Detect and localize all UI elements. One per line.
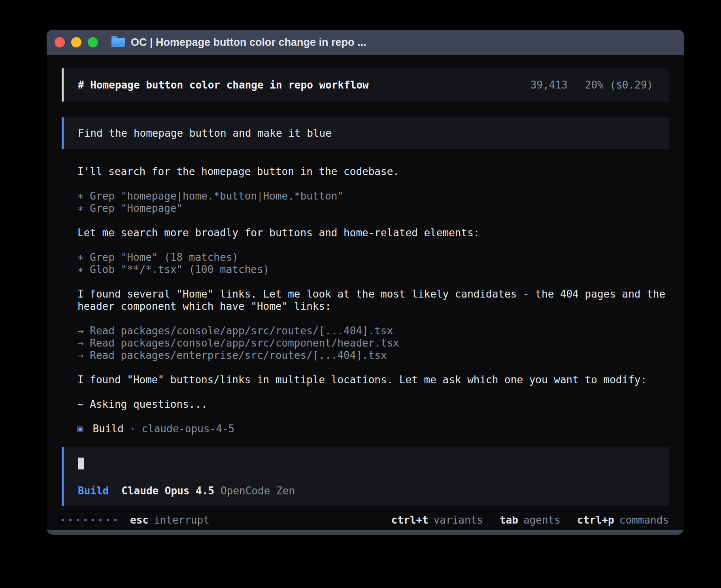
assistant-text-line: I'll search for the homepage button in t… bbox=[77, 166, 669, 178]
provider-label: OpenCode Zen bbox=[221, 485, 295, 497]
session-header: # Homepage button color change in repo w… bbox=[62, 68, 669, 102]
context-usage: 20% ($0.29) bbox=[585, 79, 653, 91]
tool-call-group: → Read packages/console/app/src/routes/[… bbox=[77, 325, 669, 362]
minimize-button[interactable] bbox=[71, 37, 81, 47]
interrupt-hint: esc interrupt bbox=[130, 514, 210, 526]
variants-hint: ctrl+tvariants bbox=[391, 514, 483, 526]
progress-dot bbox=[84, 519, 87, 521]
agent-name: Build bbox=[92, 423, 123, 435]
assistant-text: I'll search for the homepage button in t… bbox=[77, 166, 669, 178]
key-label: ctrl+p bbox=[577, 514, 614, 526]
status-bar-right: ctrl+tvariantstabagentsctrl+pcommands bbox=[391, 514, 669, 526]
mode-label: Build bbox=[78, 485, 109, 497]
progress-dot bbox=[114, 519, 117, 521]
progress-dot bbox=[107, 519, 109, 521]
session-title: # Homepage button color change in repo w… bbox=[78, 79, 369, 91]
model-label: Claude Opus 4.5 bbox=[121, 485, 214, 497]
close-button[interactable] bbox=[55, 37, 65, 47]
hint-label: variants bbox=[434, 514, 483, 526]
conversation-log: I'll search for the homepage button in t… bbox=[62, 166, 669, 411]
terminal-window: OC | Homepage button color change in rep… bbox=[47, 30, 684, 535]
zoom-button[interactable] bbox=[88, 37, 98, 47]
tool-call-line: ∗ Glob "**/*.tsx" (100 matches) bbox=[77, 264, 669, 276]
tool-call-line: ∗ Grep "Home" (18 matches) bbox=[77, 251, 669, 264]
folder-icon bbox=[111, 38, 125, 47]
hint-label: commands bbox=[619, 514, 669, 526]
hint-label: agents bbox=[523, 514, 561, 526]
agents-hint: tabagents bbox=[500, 514, 561, 526]
commands-hint: ctrl+pcommands bbox=[577, 514, 669, 526]
user-message-text: Find the homepage button and make it blu… bbox=[78, 127, 332, 139]
tool-call-group: ∗ Grep "Home" (18 matches)∗ Glob "**/*.t… bbox=[77, 251, 669, 276]
interrupt-label: interrupt bbox=[154, 514, 210, 526]
prompt-input[interactable]: Build Claude Opus 4.5 OpenCode Zen bbox=[62, 447, 669, 506]
agent-status: ▣ Build · claude-opus-4-5 bbox=[62, 423, 669, 435]
tool-call-line: → Read packages/enterprise/src/routes/[.… bbox=[77, 349, 669, 362]
tool-call-line: ∗ Grep "Homepage" bbox=[77, 202, 669, 215]
input-status-line: Build Claude Opus 4.5 OpenCode Zen bbox=[78, 485, 655, 497]
progress-dot bbox=[69, 519, 72, 521]
token-count: 39,413 bbox=[530, 79, 568, 91]
assistant-text-line: I found "Home" buttons/links in multiple… bbox=[77, 374, 669, 386]
user-message: Find the homepage button and make it blu… bbox=[62, 117, 669, 149]
assistant-text: ~ Asking questions... bbox=[77, 398, 669, 411]
progress-dot bbox=[99, 519, 102, 521]
progress-dot bbox=[77, 519, 79, 521]
agent-separator: · bbox=[130, 423, 136, 435]
tool-call-line: → Read packages/console/app/src/routes/[… bbox=[77, 325, 669, 337]
tool-call-line: ∗ Grep "homepage|home.*button|Home.*butt… bbox=[77, 190, 669, 202]
assistant-text: I found several "Home" links. Let me loo… bbox=[77, 288, 669, 313]
status-bar-left: esc interrupt bbox=[62, 514, 210, 526]
tool-call-line: → Read packages/console/app/src/componen… bbox=[77, 337, 669, 349]
session-stats: 39,413 20% ($0.29) bbox=[530, 79, 653, 91]
key-label: ctrl+t bbox=[391, 514, 428, 526]
traffic-lights bbox=[55, 37, 98, 47]
assistant-text-line: ~ Asking questions... bbox=[77, 398, 669, 411]
status-bar: esc interrupt ctrl+tvariantstabagentsctr… bbox=[62, 512, 669, 528]
text-cursor bbox=[78, 458, 84, 469]
assistant-text-line: Let me search more broadly for buttons a… bbox=[77, 227, 669, 239]
assistant-text: I found "Home" buttons/links in multiple… bbox=[77, 374, 669, 386]
window-title: OC | Homepage button color change in rep… bbox=[131, 36, 366, 49]
terminal-content: # Homepage button color change in repo w… bbox=[47, 55, 684, 530]
progress-dot bbox=[62, 519, 64, 521]
agent-model-name: claude-opus-4-5 bbox=[142, 423, 234, 435]
tool-call-group: ∗ Grep "homepage|home.*button|Home.*butt… bbox=[77, 190, 669, 215]
key-label: tab bbox=[500, 514, 518, 526]
progress-dots bbox=[62, 519, 117, 521]
agent-icon: ▣ bbox=[77, 423, 83, 435]
progress-dot bbox=[92, 519, 94, 521]
assistant-text-line: I found several "Home" links. Let me loo… bbox=[77, 288, 669, 313]
esc-key-label: esc bbox=[130, 514, 149, 526]
window-titlebar[interactable]: OC | Homepage button color change in rep… bbox=[47, 30, 684, 55]
assistant-text: Let me search more broadly for buttons a… bbox=[77, 227, 669, 239]
